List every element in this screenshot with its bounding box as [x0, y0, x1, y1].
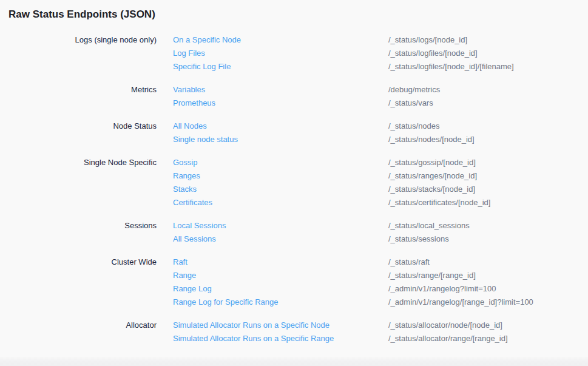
endpoint-link[interactable]: Variables — [157, 83, 388, 97]
endpoint-link[interactable]: Prometheus — [157, 97, 388, 110]
endpoint-path: /debug/metrics — [388, 83, 588, 97]
category-label: Cluster Wide — [0, 256, 157, 269]
category-label: Allocator — [0, 319, 157, 332]
endpoint-path: /_status/certificates/[node_id] — [388, 196, 588, 209]
endpoint-link[interactable]: Gossip — [157, 156, 388, 169]
endpoint-link[interactable]: Specific Log File — [157, 60, 388, 73]
endpoint-link[interactable]: Log Files — [157, 47, 388, 60]
endpoint-path: /_status/sessions — [388, 232, 588, 246]
endpoint-path: /_status/allocator/range/[range_id] — [388, 332, 588, 345]
endpoint-path: /_status/nodes — [388, 120, 588, 133]
endpoint-link[interactable]: Raft — [157, 256, 388, 269]
endpoint-path: /_status/raft — [388, 256, 588, 269]
endpoint-section: SessionsLocal Sessions/_status/local_ses… — [0, 219, 588, 246]
endpoint-section: AllocatorSimulated Allocator Runs on a S… — [0, 319, 588, 345]
page-title: Raw Status Endpoints (JSON) — [8, 8, 588, 21]
category-label: Single Node Specific — [0, 156, 157, 169]
endpoint-link[interactable]: Single node status — [157, 133, 388, 146]
endpoint-path: /_status/allocator/node/[node_id] — [388, 319, 588, 332]
endpoint-link[interactable]: All Nodes — [157, 120, 388, 133]
endpoint-link[interactable]: Local Sessions — [157, 219, 388, 232]
endpoint-path: /_admin/v1/rangelog/[range_id]?limit=100 — [388, 296, 588, 309]
endpoint-link[interactable]: All Sessions — [157, 232, 388, 246]
endpoint-link[interactable]: Range Log — [157, 282, 388, 296]
endpoint-path: /_status/logfiles/[node_id] — [388, 47, 588, 60]
endpoint-path: /_status/logfiles/[node_id]/[filename] — [388, 60, 588, 73]
endpoint-section: Node StatusAll Nodes/_status/nodesSingle… — [0, 120, 588, 146]
category-label: Sessions — [0, 219, 157, 232]
endpoint-link[interactable]: Range Log for Specific Range — [157, 296, 388, 309]
endpoint-link[interactable]: Stacks — [157, 183, 388, 196]
endpoint-path: /_status/logs/[node_id] — [388, 33, 588, 47]
endpoint-path: /_status/range/[range_id] — [388, 269, 588, 282]
endpoint-section: Cluster WideRaft/_status/raftRange/_stat… — [0, 256, 588, 309]
endpoint-path: /_status/local_sessions — [388, 219, 588, 232]
category-label: Node Status — [0, 120, 157, 133]
endpoint-link[interactable]: Simulated Allocator Runs on a Specific R… — [157, 332, 388, 345]
endpoint-link[interactable]: Simulated Allocator Runs on a Specific N… — [157, 319, 388, 332]
endpoint-path: /_status/gossip/[node_id] — [388, 156, 588, 169]
endpoint-path: /_status/stacks/[node_id] — [388, 183, 588, 196]
endpoint-path: /_status/ranges/[node_id] — [388, 169, 588, 183]
endpoint-path: /_status/nodes/[node_id] — [388, 133, 588, 146]
endpoint-sections: Logs (single node only)On a Specific Nod… — [0, 33, 588, 345]
footer-strip — [0, 357, 588, 366]
endpoint-section: Single Node SpecificGossip/_status/gossi… — [0, 156, 588, 209]
endpoint-link[interactable]: On a Specific Node — [157, 33, 388, 47]
category-label: Logs (single node only) — [0, 33, 157, 47]
category-label: Metrics — [0, 83, 157, 97]
endpoint-section: Logs (single node only)On a Specific Nod… — [0, 33, 588, 73]
endpoint-link[interactable]: Range — [157, 269, 388, 282]
endpoint-section: MetricsVariables/debug/metricsPrometheus… — [0, 83, 588, 110]
endpoint-link[interactable]: Ranges — [157, 169, 388, 183]
endpoint-link[interactable]: Certificates — [157, 196, 388, 209]
endpoint-path: /_status/vars — [388, 97, 588, 110]
endpoint-path: /_admin/v1/rangelog?limit=100 — [388, 282, 588, 296]
